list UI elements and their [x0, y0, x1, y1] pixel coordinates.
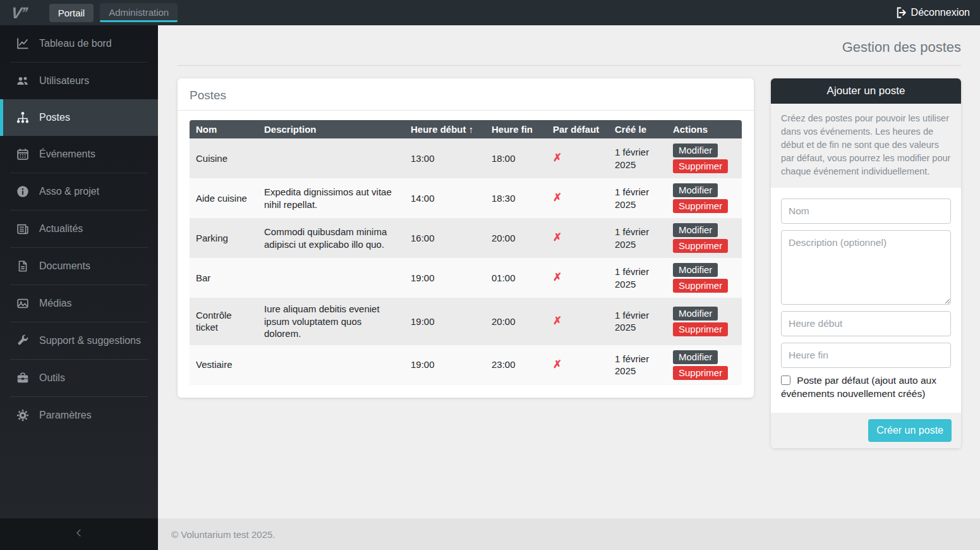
- cell-nom: Aide cuisine: [190, 178, 258, 218]
- cell-cree-le: 1 février 2025: [608, 218, 667, 258]
- heure-fin-field[interactable]: [781, 343, 951, 368]
- column-header[interactable]: Actions: [667, 120, 742, 138]
- cell-nom: Cuisine: [190, 138, 258, 178]
- create-poste-button[interactable]: Créer un poste: [868, 419, 952, 442]
- sidebar-item-documents[interactable]: Documents: [0, 248, 158, 284]
- sidebar-item-médias[interactable]: Médias: [0, 285, 158, 322]
- edit-button[interactable]: Modifier: [673, 307, 718, 321]
- sidebar-item-label: Tableau de bord: [39, 38, 112, 49]
- add-poste-form: Poste par défaut (ajout auto aux événeme…: [771, 188, 961, 405]
- sidebar-item-tableau-de-bord[interactable]: Tableau de bord: [0, 25, 158, 62]
- add-poste-title: Ajouter un poste: [771, 78, 961, 104]
- tab-portail[interactable]: Portail: [49, 4, 94, 22]
- sidebar-item-label: Médias: [39, 298, 72, 309]
- cell-nom: Parking: [190, 218, 258, 258]
- not-default-x-icon: ✗: [553, 152, 562, 164]
- postes-table-body: Cuisine 13:00 18:00 ✗ 1 février 2025 Mod…: [190, 138, 742, 385]
- calendar-icon: [16, 147, 30, 161]
- column-header[interactable]: Heure fin: [485, 120, 547, 138]
- sidebar-item-postes[interactable]: Postes: [0, 99, 158, 136]
- page-footer: © Voluntarium test 2025.: [158, 518, 980, 550]
- sidebar-item-label: Postes: [39, 112, 70, 123]
- table-header-row: NomDescriptionHeure début ↑Heure finPar …: [190, 120, 742, 138]
- sidebar-item-actualités[interactable]: Actualités: [0, 211, 158, 247]
- wrench-icon: [16, 334, 30, 348]
- cell-cree-le: 1 février 2025: [608, 345, 667, 385]
- edit-button[interactable]: Modifier: [673, 350, 718, 364]
- sidebar-collapse-button[interactable]: [0, 518, 158, 550]
- delete-button[interactable]: Supprimer: [673, 159, 728, 173]
- sidebar-item-support-&-suggestions[interactable]: Support & suggestions: [0, 322, 158, 359]
- edit-button[interactable]: Modifier: [673, 223, 718, 237]
- cell-description: Commodi quibusdam minima adipisci ut exp…: [258, 218, 404, 258]
- table-row: Aide cuisine Expedita dignissimos aut vi…: [190, 178, 742, 218]
- sidebar: Tableau de bordUtilisateursPostesÉvéneme…: [0, 25, 158, 550]
- newspaper-icon: [16, 222, 30, 236]
- delete-button[interactable]: Supprimer: [673, 366, 728, 380]
- table-row: Cuisine 13:00 18:00 ✗ 1 février 2025 Mod…: [190, 138, 742, 178]
- cell-actions: Modifier Supprimer: [667, 178, 742, 218]
- not-default-x-icon: ✗: [553, 271, 562, 283]
- cell-heure-debut: 19:00: [404, 298, 485, 345]
- sidebar-item-label: Paramètres: [39, 410, 92, 421]
- sidebar-item-asso-&-projet[interactable]: Asso & projet: [0, 173, 158, 210]
- sidebar-item-label: Outils: [39, 372, 65, 384]
- sidebar-nav: Tableau de bordUtilisateursPostesÉvéneme…: [0, 25, 158, 434]
- cell-par-defaut: ✗: [547, 218, 608, 258]
- cell-description: [258, 138, 404, 178]
- column-header[interactable]: Description: [258, 120, 404, 138]
- heure-debut-field[interactable]: [781, 311, 951, 336]
- column-header[interactable]: Par défaut: [547, 120, 608, 138]
- nom-field[interactable]: [781, 199, 951, 224]
- table-row: Vestiaire 19:00 23:00 ✗ 1 février 2025 M…: [190, 345, 742, 385]
- default-poste-checkbox-row: Poste par défaut (ajout auto aux événeme…: [781, 374, 951, 401]
- cell-heure-fin: 01:00: [485, 258, 547, 298]
- cell-cree-le: 1 février 2025: [608, 258, 667, 298]
- column-header[interactable]: Nom: [190, 120, 258, 138]
- sidebar-item-label: Utilisateurs: [39, 75, 89, 87]
- default-poste-checkbox[interactable]: [781, 376, 790, 385]
- delete-button[interactable]: Supprimer: [673, 239, 728, 253]
- add-poste-card: Ajouter un poste Créez des postes pour p…: [771, 78, 961, 448]
- cell-description: Expedita dignissimos aut vitae nihil rep…: [258, 178, 404, 218]
- delete-button[interactable]: Supprimer: [673, 199, 728, 213]
- cell-heure-debut: 16:00: [404, 218, 485, 258]
- edit-button[interactable]: Modifier: [673, 263, 718, 277]
- not-default-x-icon: ✗: [553, 315, 562, 327]
- not-default-x-icon: ✗: [553, 231, 562, 243]
- description-field[interactable]: [781, 230, 951, 305]
- copyright-text: © Voluntarium test 2025.: [171, 529, 275, 540]
- delete-button[interactable]: Supprimer: [673, 322, 728, 336]
- cell-heure-fin: 18:00: [485, 138, 547, 178]
- cell-description: [258, 258, 404, 298]
- column-header[interactable]: Créé le: [608, 120, 667, 138]
- chevron-left-icon: [73, 527, 85, 541]
- table-row: Parking Commodi quibusdam minima adipisc…: [190, 218, 742, 258]
- cell-heure-fin: 20:00: [485, 298, 547, 345]
- sidebar-item-événements[interactable]: Événements: [0, 136, 158, 173]
- sidebar-item-label: Événements: [39, 149, 95, 160]
- logout-label: Déconnexion: [911, 7, 970, 18]
- page-title: Gestion des postes: [842, 39, 961, 55]
- app-logo[interactable]: V’’: [10, 4, 27, 22]
- postes-card-title: Postes: [178, 78, 754, 111]
- column-header[interactable]: Heure début ↑: [404, 120, 485, 138]
- toolbox-icon: [16, 371, 30, 385]
- sidebar-item-outils[interactable]: Outils: [0, 360, 158, 396]
- logout-button[interactable]: Déconnexion: [895, 6, 970, 19]
- sidebar-item-label: Support & suggestions: [39, 335, 141, 346]
- cell-actions: Modifier Supprimer: [667, 258, 742, 298]
- users-icon: [16, 74, 30, 88]
- cell-cree-le: 1 février 2025: [608, 138, 667, 178]
- edit-button[interactable]: Modifier: [673, 144, 718, 157]
- topbar: V’’ Portail Administration Déconnexion: [0, 0, 980, 25]
- sidebar-item-utilisateurs[interactable]: Utilisateurs: [0, 63, 158, 99]
- tab-administration[interactable]: Administration: [100, 3, 178, 22]
- sitemap-icon: [16, 111, 30, 125]
- delete-button[interactable]: Supprimer: [673, 279, 728, 293]
- sidebar-item-paramètres[interactable]: Paramètres: [0, 397, 158, 434]
- edit-button[interactable]: Modifier: [673, 183, 718, 197]
- document-icon: [16, 259, 30, 273]
- logout-icon: [895, 6, 908, 19]
- postes-card: Postes NomDescriptionHeure début ↑Heure …: [178, 78, 754, 398]
